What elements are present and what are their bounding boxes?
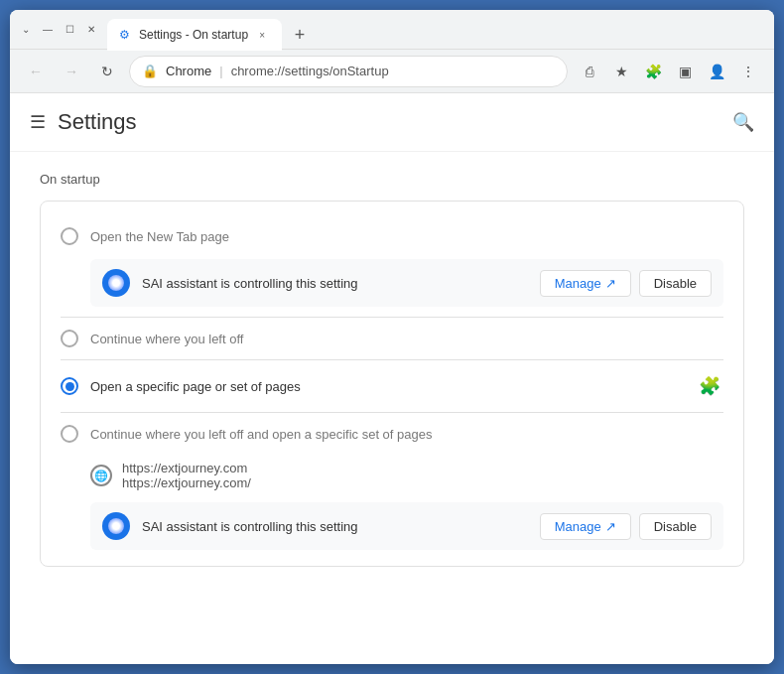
sai-top-disable-label: Disable	[654, 276, 697, 291]
option-continue-label: Continue where you left off	[90, 332, 243, 346]
sidebar-icon[interactable]: ▣	[671, 58, 699, 85]
reload-button[interactable]: ↻	[93, 58, 121, 85]
option-continue-row[interactable]: Continue where you left off	[61, 320, 723, 357]
menu-icon[interactable]: ⋮	[734, 58, 762, 85]
divider-1	[61, 317, 723, 318]
sai-bottom-row: SAI assistant is controlling this settin…	[90, 502, 723, 550]
sai-top-buttons: Manage ↗ Disable	[540, 270, 712, 297]
external-link-icon-bottom: ↗	[605, 519, 616, 534]
radio-continue[interactable]	[61, 330, 78, 347]
browser-window: ⌄ — ☐ ✕ ⚙ Settings - On startup × + ← → …	[10, 10, 774, 664]
maximize-button[interactable]: ☐	[62, 22, 77, 38]
back-button[interactable]: ←	[22, 58, 50, 85]
section-label: On startup	[40, 172, 744, 187]
sai-bottom-text: SAI assistant is controlling this settin…	[142, 519, 528, 534]
active-tab[interactable]: ⚙ Settings - On startup ×	[107, 19, 282, 51]
forward-button[interactable]: →	[58, 58, 85, 85]
url-line-2: https://extjourney.com/	[122, 475, 251, 490]
url-entry-row: 🌐 https://extjourney.com https://extjour…	[61, 453, 723, 498]
divider-2	[61, 359, 723, 360]
option-newtab-row[interactable]: Open the New Tab page	[61, 217, 723, 255]
sai-bottom-icon	[102, 512, 130, 540]
close-button[interactable]: ✕	[83, 22, 99, 38]
address-bar-right: ⎙ ★ 🧩 ▣ 👤 ⋮	[576, 58, 762, 85]
sai-bottom-disable-button[interactable]: Disable	[639, 513, 712, 540]
option-specific-row[interactable]: Open a specific page or set of pages 🧩	[61, 362, 723, 410]
divider-3	[61, 412, 723, 413]
globe-icon: 🌐	[90, 465, 112, 486]
option-continuespecific-row[interactable]: Continue where you left off and open a s…	[61, 415, 723, 453]
option-continuespecific-label: Continue where you left off and open a s…	[90, 427, 433, 442]
sai-icon-inner	[108, 275, 124, 291]
settings-page-title: Settings	[58, 109, 137, 135]
address-bar: ← → ↻ 🔒 Chrome | chrome://settings/onSta…	[10, 50, 774, 93]
settings-header: ☰ Settings 🔍	[10, 93, 774, 152]
tabs-area: ⚙ Settings - On startup × +	[107, 10, 766, 49]
sai-bottom-icon-inner	[108, 518, 124, 534]
option-specific-label: Open a specific page or set of pages	[90, 379, 301, 394]
profile-icon[interactable]: 👤	[703, 58, 730, 85]
url-bar[interactable]: 🔒 Chrome | chrome://settings/onStartup	[129, 56, 568, 87]
sai-top-row: SAI assistant is controlling this settin…	[90, 259, 723, 307]
window-controls: ⌄ — ☐ ✕	[18, 22, 99, 38]
minimize-button[interactable]: —	[40, 22, 56, 38]
sai-top-icon	[102, 269, 130, 297]
search-icon[interactable]: 🔍	[732, 111, 754, 133]
browser-brand: Chrome	[166, 64, 211, 78]
share-icon[interactable]: ⎙	[576, 58, 603, 85]
url-separator: |	[219, 64, 222, 78]
puzzle-icon[interactable]: 🧩	[696, 372, 723, 400]
radio-newtab[interactable]	[61, 227, 78, 245]
sai-bottom-disable-label: Disable	[654, 519, 697, 534]
tab-favicon-icon: ⚙	[119, 28, 133, 42]
sai-top-manage-label: Manage	[555, 276, 601, 291]
chevron-down-icon[interactable]: ⌄	[18, 22, 34, 38]
url-text: chrome://settings/onStartup	[231, 64, 555, 78]
tab-title: Settings - On startup	[139, 28, 248, 42]
settings-body: PC On startup Open the New Tab page SAI …	[10, 152, 774, 587]
page-content: ☰ Settings 🔍 PC On startup Open the New …	[10, 93, 774, 664]
sai-top-text: SAI assistant is controlling this settin…	[142, 276, 528, 291]
url-line-1: https://extjourney.com	[122, 461, 251, 475]
startup-card: Open the New Tab page SAI assistant is c…	[40, 201, 744, 567]
hamburger-icon[interactable]: ☰	[30, 111, 46, 133]
sai-top-manage-button[interactable]: Manage ↗	[540, 270, 631, 297]
tab-close-button[interactable]: ×	[254, 27, 270, 43]
sai-bottom-manage-label: Manage	[555, 519, 601, 534]
radio-specific[interactable]	[61, 377, 78, 395]
lock-icon: 🔒	[142, 64, 158, 78]
radio-continuespecific[interactable]	[61, 425, 78, 443]
external-link-icon: ↗	[605, 276, 616, 291]
sai-bottom-buttons: Manage ↗ Disable	[540, 513, 712, 540]
bookmark-icon[interactable]: ★	[607, 58, 635, 85]
title-bar: ⌄ — ☐ ✕ ⚙ Settings - On startup × +	[10, 10, 774, 50]
option-newtab-label: Open the New Tab page	[90, 229, 229, 244]
extensions-icon[interactable]: 🧩	[639, 58, 667, 85]
sai-top-disable-button[interactable]: Disable	[639, 270, 712, 297]
new-tab-button[interactable]: +	[286, 21, 314, 49]
url-text-block: https://extjourney.com https://extjourne…	[122, 461, 251, 490]
sai-bottom-manage-button[interactable]: Manage ↗	[540, 513, 631, 540]
